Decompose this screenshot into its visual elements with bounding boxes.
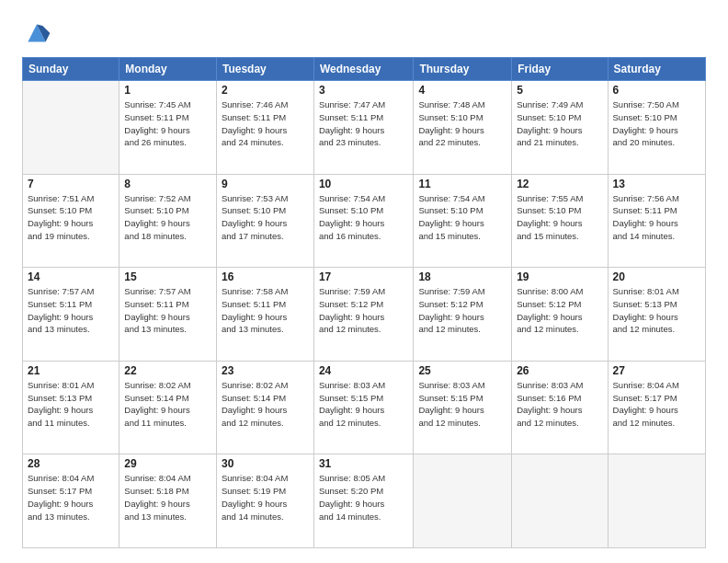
weekday-tuesday: Tuesday [216, 58, 313, 81]
day-number: 9 [222, 178, 309, 190]
day-info: Sunrise: 7:48 AM Sunset: 5:10 PM Dayligh… [418, 98, 506, 149]
day-cell [512, 454, 608, 548]
calendar-body: 1Sunrise: 7:45 AM Sunset: 5:11 PM Daylig… [23, 81, 706, 548]
day-cell: 11Sunrise: 7:54 AM Sunset: 5:10 PM Dayli… [414, 174, 512, 268]
day-cell: 15Sunrise: 7:57 AM Sunset: 5:11 PM Dayli… [119, 268, 217, 362]
day-number: 5 [517, 84, 602, 97]
day-cell: 10Sunrise: 7:54 AM Sunset: 5:10 PM Dayli… [313, 174, 413, 268]
day-number: 20 [613, 270, 700, 283]
day-info: Sunrise: 8:01 AM Sunset: 5:13 PM Dayligh… [28, 379, 114, 430]
day-cell [23, 81, 119, 175]
day-cell: 28Sunrise: 8:04 AM Sunset: 5:17 PM Dayli… [23, 454, 119, 548]
day-info: Sunrise: 7:46 AM Sunset: 5:11 PM Dayligh… [222, 98, 309, 149]
day-cell [414, 454, 512, 548]
day-number: 21 [28, 364, 114, 377]
day-number: 14 [28, 270, 114, 283]
day-cell: 26Sunrise: 8:03 AM Sunset: 5:16 PM Dayli… [512, 361, 608, 454]
week-row-4: 28Sunrise: 8:04 AM Sunset: 5:17 PM Dayli… [23, 454, 706, 548]
day-number: 12 [517, 178, 602, 190]
day-info: Sunrise: 8:04 AM Sunset: 5:18 PM Dayligh… [124, 472, 211, 523]
week-row-0: 1Sunrise: 7:45 AM Sunset: 5:11 PM Daylig… [23, 81, 706, 175]
day-info: Sunrise: 8:04 AM Sunset: 5:17 PM Dayligh… [28, 472, 114, 523]
day-number: 10 [319, 178, 408, 190]
day-info: Sunrise: 7:53 AM Sunset: 5:10 PM Dayligh… [222, 192, 309, 243]
day-cell: 20Sunrise: 8:01 AM Sunset: 5:13 PM Dayli… [608, 268, 705, 362]
day-info: Sunrise: 7:58 AM Sunset: 5:11 PM Dayligh… [222, 285, 309, 336]
day-info: Sunrise: 7:57 AM Sunset: 5:11 PM Dayligh… [28, 285, 114, 336]
day-number: 4 [418, 84, 506, 97]
day-cell [608, 454, 705, 548]
week-row-2: 14Sunrise: 7:57 AM Sunset: 5:11 PM Dayli… [23, 268, 706, 362]
day-cell: 18Sunrise: 7:59 AM Sunset: 5:12 PM Dayli… [414, 268, 512, 362]
day-cell: 25Sunrise: 8:03 AM Sunset: 5:15 PM Dayli… [414, 361, 512, 454]
day-cell: 31Sunrise: 8:05 AM Sunset: 5:20 PM Dayli… [313, 454, 413, 548]
calendar: SundayMondayTuesdayWednesdayThursdayFrid… [22, 57, 706, 548]
day-number: 6 [613, 84, 700, 97]
day-number: 11 [418, 178, 506, 190]
day-info: Sunrise: 8:02 AM Sunset: 5:14 PM Dayligh… [222, 379, 309, 430]
week-row-3: 21Sunrise: 8:01 AM Sunset: 5:13 PM Dayli… [23, 361, 706, 454]
day-info: Sunrise: 7:55 AM Sunset: 5:10 PM Dayligh… [517, 192, 602, 243]
day-cell: 22Sunrise: 8:02 AM Sunset: 5:14 PM Dayli… [119, 361, 217, 454]
day-info: Sunrise: 8:04 AM Sunset: 5:19 PM Dayligh… [222, 472, 309, 523]
weekday-sunday: Sunday [23, 58, 119, 81]
day-cell: 3Sunrise: 7:47 AM Sunset: 5:11 PM Daylig… [313, 81, 413, 175]
day-cell: 7Sunrise: 7:51 AM Sunset: 5:10 PM Daylig… [23, 174, 119, 268]
day-info: Sunrise: 7:57 AM Sunset: 5:11 PM Dayligh… [124, 285, 211, 336]
logo-icon [22, 18, 51, 48]
day-info: Sunrise: 8:03 AM Sunset: 5:16 PM Dayligh… [517, 379, 602, 430]
day-number: 28 [28, 457, 114, 470]
day-info: Sunrise: 7:50 AM Sunset: 5:10 PM Dayligh… [613, 98, 700, 149]
header [22, 18, 706, 48]
day-info: Sunrise: 8:05 AM Sunset: 5:20 PM Dayligh… [319, 472, 408, 523]
day-cell: 13Sunrise: 7:56 AM Sunset: 5:11 PM Dayli… [608, 174, 705, 268]
day-info: Sunrise: 7:59 AM Sunset: 5:12 PM Dayligh… [319, 285, 408, 336]
day-info: Sunrise: 8:01 AM Sunset: 5:13 PM Dayligh… [613, 285, 700, 336]
day-number: 13 [613, 178, 700, 190]
day-number: 25 [418, 364, 506, 377]
day-info: Sunrise: 7:54 AM Sunset: 5:10 PM Dayligh… [418, 192, 506, 243]
weekday-monday: Monday [119, 58, 217, 81]
day-info: Sunrise: 8:03 AM Sunset: 5:15 PM Dayligh… [418, 379, 506, 430]
day-cell: 29Sunrise: 8:04 AM Sunset: 5:18 PM Dayli… [119, 454, 217, 548]
day-cell: 19Sunrise: 8:00 AM Sunset: 5:12 PM Dayli… [512, 268, 608, 362]
day-number: 2 [222, 84, 309, 97]
day-number: 15 [124, 270, 211, 283]
day-number: 26 [517, 364, 602, 377]
day-info: Sunrise: 7:45 AM Sunset: 5:11 PM Dayligh… [124, 98, 211, 149]
day-info: Sunrise: 7:47 AM Sunset: 5:11 PM Dayligh… [319, 98, 408, 149]
day-cell: 27Sunrise: 8:04 AM Sunset: 5:17 PM Dayli… [608, 361, 705, 454]
day-cell: 17Sunrise: 7:59 AM Sunset: 5:12 PM Dayli… [313, 268, 413, 362]
day-cell: 1Sunrise: 7:45 AM Sunset: 5:11 PM Daylig… [119, 81, 217, 175]
day-cell: 24Sunrise: 8:03 AM Sunset: 5:15 PM Dayli… [313, 361, 413, 454]
day-number: 1 [124, 84, 211, 97]
day-info: Sunrise: 8:04 AM Sunset: 5:17 PM Dayligh… [613, 379, 700, 430]
day-cell: 2Sunrise: 7:46 AM Sunset: 5:11 PM Daylig… [216, 81, 313, 175]
day-number: 17 [319, 270, 408, 283]
day-info: Sunrise: 7:54 AM Sunset: 5:10 PM Dayligh… [319, 192, 408, 243]
day-cell: 8Sunrise: 7:52 AM Sunset: 5:10 PM Daylig… [119, 174, 217, 268]
day-number: 24 [319, 364, 408, 377]
weekday-wednesday: Wednesday [313, 58, 413, 81]
day-cell: 30Sunrise: 8:04 AM Sunset: 5:19 PM Dayli… [216, 454, 313, 548]
day-number: 30 [222, 457, 309, 470]
weekday-thursday: Thursday [414, 58, 512, 81]
day-info: Sunrise: 7:56 AM Sunset: 5:11 PM Dayligh… [613, 192, 700, 243]
day-number: 8 [124, 178, 211, 190]
day-info: Sunrise: 7:49 AM Sunset: 5:10 PM Dayligh… [517, 98, 602, 149]
day-info: Sunrise: 7:51 AM Sunset: 5:10 PM Dayligh… [28, 192, 114, 243]
day-info: Sunrise: 8:02 AM Sunset: 5:14 PM Dayligh… [124, 379, 211, 430]
day-cell: 5Sunrise: 7:49 AM Sunset: 5:10 PM Daylig… [512, 81, 608, 175]
day-info: Sunrise: 8:03 AM Sunset: 5:15 PM Dayligh… [319, 379, 408, 430]
day-number: 23 [222, 364, 309, 377]
weekday-header: SundayMondayTuesdayWednesdayThursdayFrid… [23, 58, 706, 81]
day-info: Sunrise: 8:00 AM Sunset: 5:12 PM Dayligh… [517, 285, 602, 336]
day-number: 3 [319, 84, 408, 97]
logo [22, 18, 55, 48]
day-cell: 16Sunrise: 7:58 AM Sunset: 5:11 PM Dayli… [216, 268, 313, 362]
day-number: 7 [28, 178, 114, 190]
day-number: 22 [124, 364, 211, 377]
day-cell: 6Sunrise: 7:50 AM Sunset: 5:10 PM Daylig… [608, 81, 705, 175]
day-number: 16 [222, 270, 309, 283]
day-cell: 21Sunrise: 8:01 AM Sunset: 5:13 PM Dayli… [23, 361, 119, 454]
